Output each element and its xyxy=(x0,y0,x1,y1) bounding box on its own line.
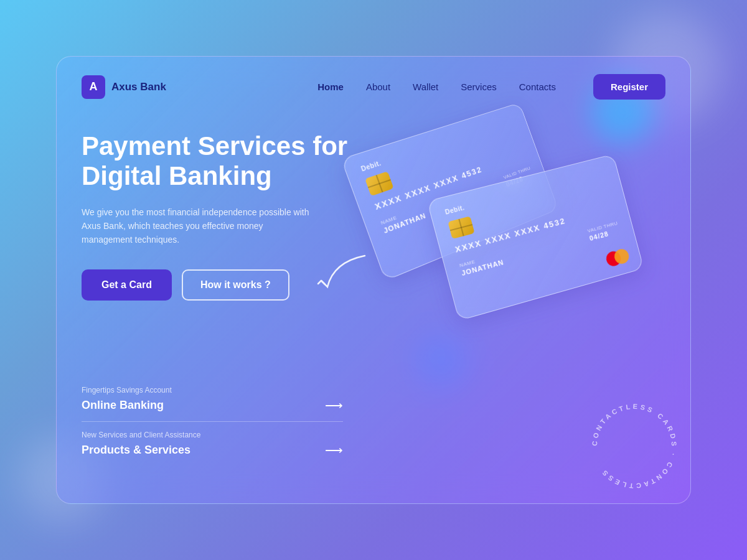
feature-title-products: Products & Services xyxy=(82,444,190,457)
nav-link-services[interactable]: Services xyxy=(461,82,497,92)
hero-section: Payment Services for Digital Banking We … xyxy=(82,131,380,338)
nav-item-contacts[interactable]: Contacts xyxy=(519,82,556,93)
nav-item-wallet[interactable]: Wallet xyxy=(413,82,438,93)
logo: A Axus Bank xyxy=(82,75,166,99)
logo-text: Axus Bank xyxy=(111,81,166,93)
svg-text:CONTACTLESS CARDS · CONTACTLES: CONTACTLESS CARDS · CONTACTLESS xyxy=(591,403,678,490)
nav-item-services[interactable]: Services xyxy=(461,82,497,93)
nav-link-contacts[interactable]: Contacts xyxy=(519,82,556,92)
logo-icon: A xyxy=(82,75,105,99)
register-button[interactable]: Register xyxy=(593,74,665,100)
feature-subtitle-banking: Fingertips Savings Account xyxy=(82,386,343,394)
page-background: A Axus Bank Home About Wallet Services C… xyxy=(0,0,747,560)
nav-item-about[interactable]: About xyxy=(366,82,390,93)
card-front-chip xyxy=(448,216,474,239)
feature-item-products: New Services and Client Assistance Produ… xyxy=(82,422,343,466)
mastercard-logo xyxy=(604,248,630,268)
feature-arrow-products[interactable]: ⟶ xyxy=(325,442,343,457)
card-front-valid-col: VALID THRU 04/28 xyxy=(587,220,621,242)
navbar: A Axus Bank Home About Wallet Services C… xyxy=(57,57,690,100)
how-it-works-button[interactable]: How it works ? xyxy=(182,269,289,301)
hero-description: We give you the most financial independe… xyxy=(82,205,312,247)
feature-title-row-products: Products & Services ⟶ xyxy=(82,442,343,457)
card-front-name-col: NAME JONATHAN xyxy=(459,251,505,277)
main-card: A Axus Bank Home About Wallet Services C… xyxy=(56,56,691,504)
nav-links: Home About Wallet Services Contacts xyxy=(317,82,556,93)
nav-item-home[interactable]: Home xyxy=(317,82,344,93)
feature-title-banking: Online Banking xyxy=(82,399,164,412)
contactless-circular-text: CONTACTLESS CARDS · CONTACTLESS xyxy=(591,403,678,490)
nav-link-home[interactable]: Home xyxy=(317,82,344,92)
feature-subtitle-products: New Services and Client Assistance xyxy=(82,431,343,439)
feature-item-banking: Fingertips Savings Account Online Bankin… xyxy=(82,377,343,422)
card-back-name-col: NAME JONATHAN xyxy=(380,205,427,235)
nav-link-about[interactable]: About xyxy=(366,82,390,92)
feature-arrow-banking[interactable]: ⟶ xyxy=(325,398,343,413)
nav-link-wallet[interactable]: Wallet xyxy=(413,82,438,92)
cards-visual: Debit. XXXX XXXX XXXX 4532 NAME JONATHAN… xyxy=(329,94,691,498)
get-card-button[interactable]: Get a Card xyxy=(82,269,172,301)
hero-title: Payment Services for Digital Banking xyxy=(82,131,380,192)
features-section: Fingertips Savings Account Online Bankin… xyxy=(82,377,343,466)
feature-title-row-banking: Online Banking ⟶ xyxy=(82,398,343,413)
contactless-text-area: CONTACTLESS CARDS · CONTACTLESS xyxy=(585,396,684,498)
arrow-icon xyxy=(315,250,371,299)
